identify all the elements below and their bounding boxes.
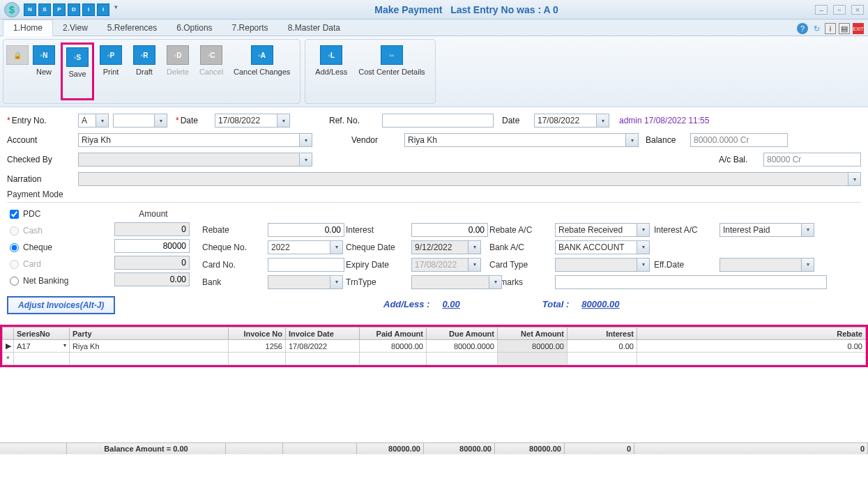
col-invoiceno[interactable]: Invoice No (229, 327, 286, 340)
new-row-indicator[interactable]: * (3, 353, 14, 365)
col-dueamount[interactable]: Due Amount (427, 327, 498, 340)
qa-new[interactable]: N (24, 3, 36, 16)
cell-due[interactable]: 80000.0000 (427, 340, 498, 353)
net-radio-row[interactable]: Net Banking (7, 272, 112, 289)
info-icon[interactable]: i (825, 23, 836, 34)
close-button[interactable]: × (851, 5, 864, 15)
tab-view[interactable]: 2.View (53, 20, 98, 36)
help-icon[interactable]: ? (797, 23, 808, 34)
rebate-label: Rebate (202, 225, 266, 235)
account-combo[interactable]: Riya Kh▾ (78, 133, 312, 147)
cash-radio-row[interactable]: Cash (7, 222, 112, 239)
cancel-changes-button[interactable]: ▫A Cancel Changes (228, 43, 296, 100)
pdc-checkbox[interactable] (10, 210, 19, 219)
print-button[interactable]: ▫P Print (94, 43, 128, 100)
table-row[interactable]: ▶ A17 ▾ Riya Kh 1256 17/08/2022 80000.00… (3, 340, 866, 353)
interestac-combo[interactable]: Interest Paid▾ (719, 223, 814, 237)
cheque-radio[interactable] (10, 243, 19, 252)
bank-combo[interactable]: ▾ (268, 275, 343, 289)
entry-series-combo[interactable]: A▾ (78, 114, 109, 128)
save-button[interactable]: ▫S Save (61, 43, 94, 100)
invoice-grid[interactable]: SeriesNo Party Invoice No Invoice Date P… (2, 327, 866, 365)
tab-home[interactable]: 1.Home (3, 20, 53, 36)
balance-label: Balance (646, 135, 686, 145)
card-radio-row[interactable]: Card (7, 256, 112, 272)
draft-button[interactable]: ▫R Draft (128, 43, 161, 100)
narration-combo[interactable]: ▾ (78, 172, 861, 186)
date2-combo[interactable]: 17/08/2022▾ (534, 114, 609, 128)
footer-due: 80000.00 (424, 443, 495, 454)
delete-button[interactable]: ▫D Delete (161, 43, 195, 100)
cheque-radio-row[interactable]: Cheque (7, 239, 112, 256)
pdc-checkbox-row[interactable]: PDC (7, 206, 112, 222)
col-paidamount[interactable]: Paid Amount (360, 327, 427, 340)
addless-button[interactable]: ▫L Add/Less (310, 43, 353, 100)
cell-invoice[interactable]: 1256 (229, 340, 286, 353)
ref-input[interactable] (382, 114, 494, 128)
checked-combo[interactable]: ▾ (78, 153, 312, 167)
cell-rebate[interactable]: 0.00 (637, 340, 866, 353)
date-combo[interactable]: 17/08/2022▾ (215, 114, 290, 128)
bankac-combo[interactable]: BANK ACCOUNT▾ (555, 240, 650, 254)
cell-interest[interactable]: 0.00 (568, 340, 637, 353)
qa-print[interactable]: P (53, 3, 66, 16)
cell-net[interactable]: 80000.00 (498, 340, 568, 353)
dropdown-icon[interactable]: ▾ (63, 342, 66, 348)
rebate-input[interactable] (268, 223, 344, 237)
exit-icon[interactable]: EXIT (853, 23, 864, 34)
col-invoicedate[interactable]: Invoice Date (286, 327, 360, 340)
refresh-icon[interactable]: ↻ (811, 23, 822, 34)
remarks-input[interactable] (555, 275, 827, 289)
cancel-button[interactable]: ▫C Cancel (195, 43, 228, 100)
trntype-combo[interactable]: ▾ (411, 275, 502, 289)
effdate-combo[interactable]: ▾ (719, 258, 814, 272)
chequedate-combo[interactable]: 9/12/2022▾ (411, 240, 481, 254)
col-seriesno[interactable]: SeriesNo (14, 327, 70, 340)
qa-delete[interactable]: D (68, 3, 80, 16)
tab-reports[interactable]: 7.Reports (222, 20, 278, 36)
maximize-button[interactable]: ▫ (833, 5, 846, 15)
cell-series[interactable]: A17 ▾ (14, 340, 70, 353)
col-netamount[interactable]: Net Amount (498, 327, 568, 340)
col-party[interactable]: Party (70, 327, 229, 340)
row-selector-header[interactable] (3, 327, 14, 340)
dropdown-icon: ▾ (637, 259, 649, 271)
effdate-label: Eff.Date (654, 260, 718, 270)
adjust-invoices-button[interactable]: Adjust Invoices(Alt-J) (7, 296, 115, 314)
minimize-button[interactable]: – (815, 5, 828, 15)
ref-label: Ref. No. (329, 116, 378, 125)
app-icon: $ (4, 2, 20, 17)
chequeno-combo[interactable]: 2022▾ (268, 240, 343, 254)
row-indicator[interactable]: ▶ (3, 340, 14, 353)
col-interest[interactable]: Interest (568, 327, 637, 340)
qa-save[interactable]: S (38, 3, 51, 16)
new-button[interactable]: ▫N New (27, 43, 61, 100)
cell-paid[interactable]: 80000.00 (360, 340, 427, 353)
entry-no-combo[interactable]: ▾ (113, 114, 167, 128)
cheque-amount[interactable] (114, 239, 190, 253)
delete-icon: ▫D (167, 45, 189, 65)
net-label: Net Banking (23, 276, 68, 286)
cardtype-combo: ▾ (555, 258, 650, 272)
rebateac-combo[interactable]: Rebate Received▾ (555, 223, 650, 237)
col-rebate[interactable]: Rebate (637, 327, 866, 340)
qa-6[interactable]: I (97, 3, 109, 16)
vendor-combo[interactable]: Riya Kh▾ (404, 133, 639, 147)
tab-references[interactable]: 5.References (98, 20, 167, 36)
interest-input[interactable] (411, 223, 488, 237)
qa-5[interactable]: I (82, 3, 95, 16)
doc-icon[interactable]: ▤ (839, 23, 850, 34)
card-radio[interactable] (10, 260, 19, 269)
table-row-new[interactable]: * (3, 353, 866, 365)
net-radio[interactable] (10, 277, 19, 286)
cell-invdate[interactable]: 17/08/2022 (286, 340, 360, 353)
addless-icon: ▫L (320, 45, 342, 65)
amount-header: Amount (112, 206, 195, 222)
tab-masterdata[interactable]: 8.Master Data (278, 20, 350, 36)
cash-radio[interactable] (10, 226, 19, 236)
cell-party[interactable]: Riya Kh (70, 340, 229, 353)
quick-access-toolbar: N S P D I I ▾ (24, 3, 118, 16)
tab-options[interactable]: 6.Options (167, 20, 222, 36)
dropdown-icon: ▾ (637, 241, 649, 254)
costcenter-button[interactable]: ▫▫ Cost Center Details (353, 43, 430, 100)
